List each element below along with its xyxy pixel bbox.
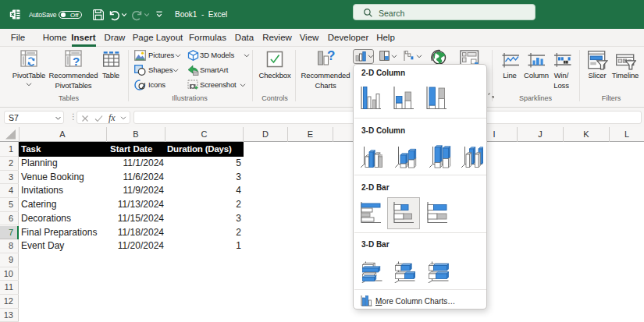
svg-text:?: ?: [73, 55, 80, 68]
svg-text:?: ?: [327, 50, 335, 63]
